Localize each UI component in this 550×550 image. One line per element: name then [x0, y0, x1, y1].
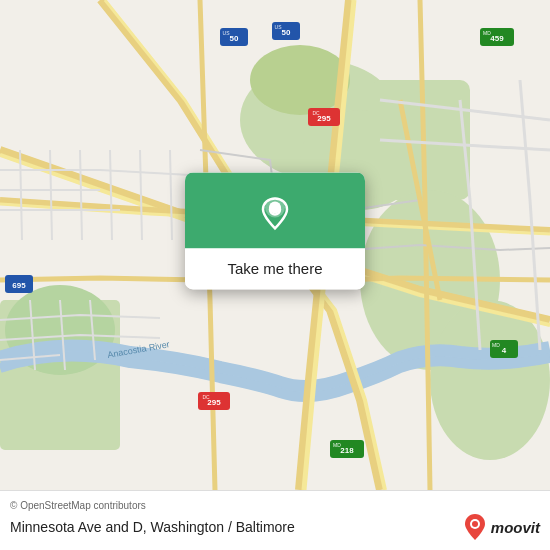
svg-text:US: US	[275, 24, 283, 30]
moovit-pin-icon	[463, 513, 487, 541]
popup-card: Take me there	[185, 172, 365, 289]
svg-text:4: 4	[502, 346, 507, 355]
svg-text:US: US	[223, 30, 231, 36]
attribution-text: © OpenStreetMap contributors	[10, 500, 540, 511]
map-container: 50 US 50 US 459 MD 295 DC 295 DC 695 4 M…	[0, 0, 550, 490]
moovit-logo: moovit	[463, 513, 540, 541]
svg-text:MD: MD	[483, 30, 491, 36]
svg-text:MD: MD	[333, 442, 341, 448]
moovit-brand-text: moovit	[491, 519, 540, 536]
svg-text:MD: MD	[492, 342, 500, 348]
svg-text:50: 50	[282, 28, 291, 37]
svg-text:218: 218	[340, 446, 354, 455]
svg-text:50: 50	[230, 34, 239, 43]
location-info: Minnesota Ave and D, Washington / Baltim…	[10, 513, 540, 541]
take-me-there-button[interactable]: Take me there	[185, 248, 365, 289]
svg-point-6	[430, 300, 550, 460]
location-pin-icon	[253, 190, 297, 234]
svg-text:DC: DC	[202, 394, 210, 400]
svg-text:DC: DC	[312, 110, 320, 116]
svg-text:459: 459	[490, 34, 504, 43]
svg-point-37	[472, 521, 478, 527]
popup-green-area	[185, 172, 365, 248]
svg-text:695: 695	[12, 281, 26, 290]
location-label: Minnesota Ave and D, Washington / Baltim…	[10, 519, 295, 535]
bottom-bar: © OpenStreetMap contributors Minnesota A…	[0, 490, 550, 550]
